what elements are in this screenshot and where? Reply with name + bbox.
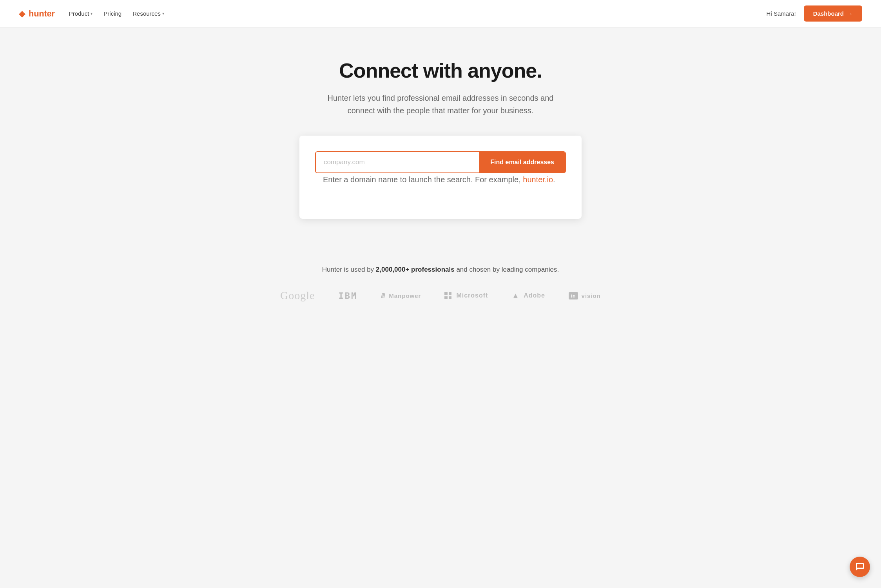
manpower-logo-text: Manpower [389,292,421,299]
microsoft-grid-icon [444,292,451,299]
invision-logo-text: vision [582,292,601,299]
manpower-slashes-icon: /// [381,292,384,300]
invision-logo: in vision [569,292,601,299]
microsoft-logo-text: Microsoft [456,292,488,299]
social-highlight: 2,000,000+ professionals [376,266,455,273]
domain-search-input[interactable] [316,152,479,172]
adobe-logo-text: Adobe [524,292,545,299]
social-prefix: Hunter is used by [322,266,376,273]
microsoft-logo: Microsoft [444,292,488,299]
product-chevron-icon: ▾ [91,11,92,16]
dashboard-label: Dashboard [813,10,844,17]
nav-right: Hi Samara! Dashboard → [767,5,862,22]
search-hint: Enter a domain name to launch the search… [323,173,558,186]
nav-resources[interactable]: Resources ▾ [132,10,164,17]
nav-left: ◆ hunter Product ▾ Pricing Resources ▾ [19,9,164,19]
hint-suffix: . [553,175,555,184]
pricing-label: Pricing [103,10,121,17]
logo[interactable]: ◆ hunter [19,9,55,19]
ibm-logo-text: IBM [338,291,357,301]
greeting-text: Hi Samara! [767,10,796,17]
hero-subheadline: Hunter lets you find professional email … [323,92,558,117]
manpower-logo: /// Manpower [381,292,421,300]
company-logos: Google IBM /// Manpower Microsoft ▲ Adob… [8,289,873,302]
nav-links: Product ▾ Pricing Resources ▾ [69,10,164,17]
search-card: Find email addresses Enter a domain name… [299,136,582,219]
ibm-logo: IBM [338,291,357,301]
find-emails-button[interactable]: Find email addresses [479,152,565,172]
logo-icon: ◆ [19,9,25,19]
hint-prefix: Enter a domain name to launch the search… [323,175,521,184]
resources-label: Resources [132,10,161,17]
adobe-icon: ▲ [511,291,520,300]
google-logo: Google [280,289,315,302]
hero-headline: Connect with anyone. [8,59,873,82]
product-label: Product [69,10,89,17]
resources-chevron-icon: ▾ [162,11,164,16]
social-proof-section: Hunter is used by 2,000,000+ professiona… [0,242,881,318]
navbar: ◆ hunter Product ▾ Pricing Resources ▾ H… [0,0,881,27]
hint-link-text: hunter.io [523,175,553,184]
nav-product[interactable]: Product ▾ [69,10,93,17]
hint-link[interactable]: hunter.io [523,175,553,184]
invision-badge-icon: in [569,292,578,299]
find-emails-label: Find email addresses [490,159,554,165]
search-row: Find email addresses [315,151,566,173]
social-proof-text: Hunter is used by 2,000,000+ professiona… [8,266,873,274]
nav-pricing[interactable]: Pricing [103,10,121,17]
dashboard-button[interactable]: Dashboard → [804,5,862,22]
dashboard-arrow-icon: → [847,10,853,17]
adobe-logo: ▲ Adobe [511,291,545,300]
hero-section: Connect with anyone. Hunter lets you fin… [0,27,881,242]
google-logo-text: Google [280,289,315,302]
logo-text: hunter [29,9,55,19]
social-suffix: and chosen by leading companies. [455,266,559,273]
